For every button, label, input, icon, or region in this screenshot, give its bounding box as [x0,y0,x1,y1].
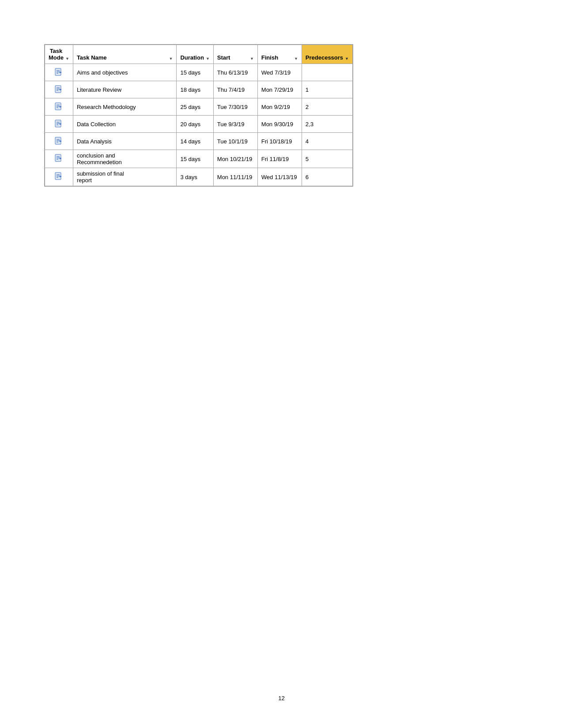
task-start-text: Tue 9/3/19 [217,121,245,128]
task-duration-text: 20 days [180,121,200,128]
task-name-dropdown-arrow[interactable]: ▼ [169,56,173,61]
task-mode-icon [54,154,64,163]
task-start-cell: Tue 9/3/19 [213,116,257,133]
task-start-cell: Thu 7/4/19 [213,81,257,98]
task-name-text: Data Analysis [77,138,112,145]
header-start-label: Start [217,54,230,61]
task-name-cell: submission of final report [73,168,177,186]
task-predecessors-text: 4 [306,138,309,145]
task-duration-cell: 15 days [177,150,213,168]
task-finish-cell: Mon 9/30/19 [257,116,302,133]
task-name-text: Data Collection [77,121,116,128]
task-name-text: submission of final report [77,170,124,184]
task-name-cell: conclusion and Recommnedetion [73,150,177,168]
header-task-name-label: Task Name [77,54,107,61]
header-finish-label: Finish [261,54,278,61]
header-duration-label: Duration [180,54,204,61]
task-mode-cell [45,150,73,168]
table-wrapper: Task Mode ▼ Task Name ▼ Duration ▼ [44,44,353,187]
task-mode-icon [54,119,64,129]
header-finish[interactable]: Finish ▼ [257,45,302,64]
task-mode-cell [45,116,73,133]
header-task-mode[interactable]: Task Mode ▼ [45,45,73,64]
header-task-mode-label: Task Mode [49,48,64,61]
task-name-cell: Literature Review [73,81,177,98]
gantt-table: Task Mode ▼ Task Name ▼ Duration ▼ [45,45,353,186]
table-row: Aims and objectives15 daysThu 6/13/19Wed… [45,64,353,81]
task-predecessors-text: 5 [306,156,309,162]
task-duration-text: 15 days [180,156,200,162]
task-duration-cell: 18 days [177,81,213,98]
task-finish-cell: Mon 9/2/19 [257,98,302,116]
table-row: Data Collection20 daysTue 9/3/19Mon 9/30… [45,116,353,133]
table-row: Literature Review18 daysThu 7/4/19Mon 7/… [45,81,353,98]
task-mode-icon [54,102,64,112]
task-finish-cell: Fri 10/18/19 [257,133,302,150]
task-mode-cell [45,64,73,81]
predecessors-dropdown-arrow[interactable]: ▼ [345,56,349,61]
task-duration-text: 15 days [180,69,200,76]
task-finish-text: Wed 11/13/19 [261,174,297,180]
header-task-name[interactable]: Task Name ▼ [73,45,177,64]
task-duration-text: 14 days [180,138,200,145]
task-start-cell: Thu 6/13/19 [213,64,257,81]
task-start-cell: Mon 10/21/19 [213,150,257,168]
task-predecessors-text: 2,3 [306,121,314,128]
task-start-text: Mon 10/21/19 [217,156,253,162]
task-mode-icon [54,85,64,94]
task-mode-dropdown-arrow[interactable]: ▼ [65,56,69,61]
task-name-cell: Data Collection [73,116,177,133]
task-mode-icon [54,136,64,146]
task-finish-cell: Fri 11/8/19 [257,150,302,168]
task-finish-cell: Wed 7/3/19 [257,64,302,81]
task-finish-text: Mon 7/29/19 [261,86,293,93]
table-row: conclusion and Recommnedetion15 daysMon … [45,150,353,168]
task-predecessors-cell: 6 [302,168,352,186]
task-mode-cell [45,168,73,186]
task-mode-cell [45,133,73,150]
task-start-cell: Tue 7/30/19 [213,98,257,116]
start-dropdown-arrow[interactable]: ▼ [250,56,254,61]
task-duration-cell: 20 days [177,116,213,133]
task-name-text: conclusion and Recommnedetion [77,152,122,165]
task-predecessors-cell: 2 [302,98,352,116]
task-finish-text: Mon 9/30/19 [261,121,293,128]
table-row: submission of final report3 daysMon 11/1… [45,168,353,186]
duration-dropdown-arrow[interactable]: ▼ [206,56,210,61]
task-predecessors-cell [302,64,352,81]
task-mode-icon [54,68,64,77]
task-start-text: Mon 11/11/19 [217,174,253,180]
task-predecessors-cell: 5 [302,150,352,168]
task-predecessors-cell: 1 [302,81,352,98]
finish-dropdown-arrow[interactable]: ▼ [294,56,298,61]
task-start-text: Tue 10/1/19 [217,138,248,145]
task-start-text: Thu 7/4/19 [217,86,245,93]
task-finish-text: Mon 9/2/19 [261,104,290,110]
task-predecessors-text: 1 [306,86,309,93]
task-predecessors-text: 2 [306,104,309,110]
task-duration-cell: 15 days [177,64,213,81]
task-mode-icon [54,172,64,181]
table-header-row: Task Mode ▼ Task Name ▼ Duration ▼ [45,45,353,64]
task-mode-cell [45,98,73,116]
task-start-text: Thu 6/13/19 [217,69,248,76]
task-name-cell: Aims and objectives [73,64,177,81]
task-finish-cell: Mon 7/29/19 [257,81,302,98]
task-finish-text: Fri 11/8/19 [261,156,289,162]
task-name-cell: Research Methodology [73,98,177,116]
header-duration[interactable]: Duration ▼ [177,45,213,64]
task-start-cell: Mon 11/11/19 [213,168,257,186]
task-predecessors-cell: 4 [302,133,352,150]
task-predecessors-cell: 2,3 [302,116,352,133]
task-name-text: Literature Review [77,86,121,93]
task-finish-cell: Wed 11/13/19 [257,168,302,186]
header-predecessors[interactable]: Predecessors ▼ [302,45,352,64]
task-duration-text: 3 days [180,174,197,180]
header-start[interactable]: Start ▼ [213,45,257,64]
task-duration-cell: 25 days [177,98,213,116]
task-mode-cell [45,81,73,98]
task-duration-cell: 3 days [177,168,213,186]
task-start-text: Tue 7/30/19 [217,104,248,110]
task-name-text: Research Methodology [77,104,136,110]
task-duration-text: 18 days [180,86,200,93]
